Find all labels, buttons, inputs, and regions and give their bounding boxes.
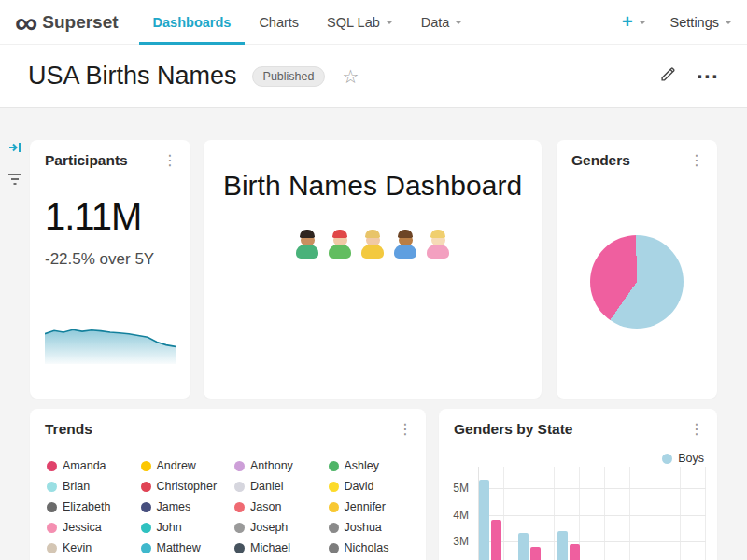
big-number-value: 1.11M bbox=[45, 196, 141, 238]
banner-title: Birth Names Dashboard bbox=[204, 170, 542, 202]
legend-item[interactable]: John bbox=[141, 521, 232, 534]
y-axis-tick: 3M bbox=[446, 535, 469, 548]
filter-bar-collapsed bbox=[7, 140, 22, 189]
gridline bbox=[479, 488, 706, 489]
legend-label: Jason bbox=[250, 500, 281, 513]
brand-name[interactable]: Superset bbox=[42, 12, 118, 33]
kebab-menu-icon[interactable]: ⋮ bbox=[682, 151, 712, 169]
legend-item[interactable]: Jennifer bbox=[329, 500, 419, 513]
legend-color-dot bbox=[47, 523, 57, 533]
legend-color-dot bbox=[47, 461, 57, 471]
legend-item[interactable]: Jessica bbox=[47, 521, 137, 534]
legend-item[interactable]: David bbox=[329, 480, 419, 493]
chevron-down-icon bbox=[725, 21, 732, 24]
nav-item-label: Charts bbox=[259, 15, 299, 30]
kebab-menu-icon[interactable]: ⋮ bbox=[682, 420, 712, 438]
chevron-down-icon bbox=[639, 21, 646, 24]
new-item-button[interactable]: + bbox=[622, 11, 646, 33]
legend-color-dot bbox=[234, 482, 245, 492]
status-badge[interactable]: Published bbox=[252, 66, 326, 87]
legend-item[interactable]: Kevin bbox=[47, 541, 137, 554]
state-chart-area bbox=[478, 467, 706, 560]
legend-item[interactable]: Daniel bbox=[234, 480, 325, 493]
legend-item[interactable]: Brian bbox=[47, 480, 137, 493]
legend-color-dot bbox=[329, 461, 339, 471]
legend-color-dot bbox=[329, 502, 339, 512]
legend-color-dot bbox=[329, 482, 339, 492]
legend-item[interactable]: Ashley bbox=[329, 459, 419, 472]
nav-item-charts[interactable]: Charts bbox=[245, 0, 313, 45]
edit-pencil-icon[interactable] bbox=[660, 66, 676, 86]
nav-item-dashboards[interactable]: Dashboards bbox=[139, 0, 246, 45]
chevron-down-icon bbox=[455, 21, 462, 24]
legend-item[interactable]: Joseph bbox=[234, 521, 325, 534]
legend-item[interactable]: Elizabeth bbox=[47, 500, 137, 513]
chart-card-genders-by-state: Genders by State ⋮ Boys 5M4M3M bbox=[439, 409, 717, 560]
dashboard-header: USA Births Names Published ☆ ··· bbox=[0, 45, 747, 108]
legend-item[interactable]: Amanda bbox=[47, 459, 137, 472]
nav-item-data[interactable]: Data bbox=[407, 0, 477, 45]
chart-title: Genders by State bbox=[454, 421, 573, 438]
bar-girls bbox=[491, 520, 501, 560]
legend-label: Michael bbox=[250, 541, 290, 554]
legend-color-dot bbox=[329, 523, 339, 533]
superset-logo-icon[interactable]: ∞ bbox=[15, 4, 35, 41]
bar-boys bbox=[518, 533, 529, 560]
y-axis-tick: 4M bbox=[446, 509, 469, 522]
legend-item[interactable]: Boys bbox=[662, 452, 704, 465]
legend-label: David bbox=[345, 480, 374, 493]
child-figure bbox=[328, 230, 352, 259]
legend-label: Brian bbox=[63, 480, 90, 493]
legend-label: Kevin bbox=[63, 541, 92, 554]
chart-title: Participants bbox=[45, 152, 128, 169]
child-figure bbox=[360, 230, 385, 259]
settings-menu[interactable]: Settings bbox=[670, 15, 732, 30]
legend-label: John bbox=[157, 521, 182, 534]
legend-color-dot bbox=[47, 543, 57, 553]
big-number-delta: -22.5% over 5Y bbox=[45, 250, 154, 269]
participants-sparkline bbox=[45, 313, 176, 364]
chart-title: Genders bbox=[571, 152, 630, 169]
bar-girls bbox=[570, 544, 580, 560]
nav-item-label: SQL Lab bbox=[327, 15, 380, 30]
kebab-menu-icon[interactable]: ⋮ bbox=[155, 151, 185, 169]
legend-item[interactable]: Nicholas bbox=[329, 541, 419, 554]
bar-boys bbox=[557, 531, 568, 560]
legend-label: Elizabeth bbox=[63, 500, 110, 513]
legend-color-dot bbox=[234, 543, 245, 553]
nav-item-sql-lab[interactable]: SQL Lab bbox=[313, 0, 407, 45]
legend-label: Joseph bbox=[250, 521, 288, 534]
expand-filter-bar-icon[interactable] bbox=[7, 140, 22, 159]
legend-item[interactable]: Matthew bbox=[141, 541, 232, 554]
top-navbar: ∞ Superset DashboardsChartsSQL LabData +… bbox=[0, 0, 747, 45]
gridline bbox=[479, 541, 706, 542]
legend-item[interactable]: Jason bbox=[234, 500, 325, 513]
legend-item[interactable]: Joshua bbox=[329, 521, 419, 534]
filter-icon[interactable] bbox=[7, 173, 22, 189]
legend-label: Joshua bbox=[345, 521, 382, 534]
bar-boys bbox=[479, 480, 489, 560]
legend-item[interactable]: Andrew bbox=[141, 459, 232, 472]
legend-label: Boys bbox=[678, 452, 704, 465]
legend-color-dot bbox=[141, 502, 151, 512]
more-options-icon[interactable]: ··· bbox=[697, 72, 719, 81]
legend-color-dot bbox=[234, 523, 245, 533]
legend-item[interactable]: James bbox=[141, 500, 232, 513]
child-figure bbox=[295, 230, 319, 259]
legend-item[interactable]: Michael bbox=[234, 541, 325, 554]
kebab-menu-icon[interactable]: ⋮ bbox=[390, 420, 420, 438]
chart-card-trends: Trends ⋮ AmandaAndrewAnthonyAshleyBrianC… bbox=[30, 409, 426, 560]
bar-girls bbox=[530, 547, 541, 560]
legend-item[interactable]: Anthony bbox=[234, 459, 325, 472]
header-actions: ··· bbox=[660, 66, 719, 86]
gridline bbox=[479, 515, 706, 516]
legend-item[interactable]: Christopher bbox=[141, 480, 232, 493]
page-title: USA Births Names bbox=[28, 62, 237, 91]
favorite-star-icon[interactable]: ☆ bbox=[342, 65, 359, 88]
legend-label: Christopher bbox=[157, 480, 218, 493]
legend-color-dot bbox=[141, 482, 151, 492]
child-figure bbox=[393, 230, 417, 259]
legend-label: Jessica bbox=[63, 521, 102, 534]
legend-color-dot bbox=[141, 523, 151, 533]
legend-color-dot bbox=[234, 461, 245, 471]
